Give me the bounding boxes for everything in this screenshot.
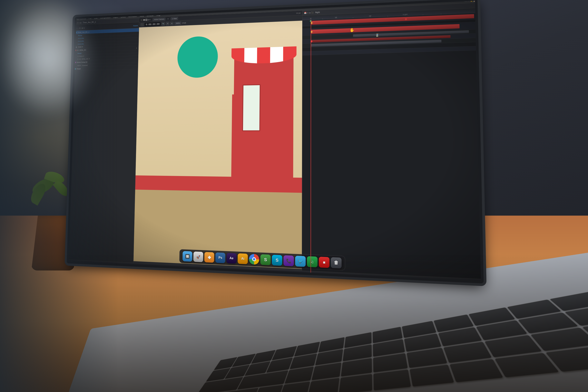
menu-edit[interactable]: Edit bbox=[94, 17, 98, 19]
play-btn[interactable]: 📷 bbox=[162, 22, 165, 26]
prop-value: 0.0,0.0% bbox=[78, 43, 84, 45]
dock-viber-icon[interactable]: 📞 bbox=[284, 255, 294, 266]
dock-skype-icon[interactable]: S bbox=[272, 255, 282, 266]
dock-photoshop-icon[interactable]: Ps bbox=[215, 252, 225, 263]
layer-dropdown[interactable]: ▾ bbox=[136, 47, 137, 49]
skype-icon-label: S bbox=[276, 258, 278, 263]
key[interactable] bbox=[410, 364, 454, 387]
ae-layer-list: ⟲ ↔ ⚙ ♦ ◉ Q Parent Timer_Asc_BC_1 Reset bbox=[67, 22, 139, 266]
trash-icon-label: 🗑 bbox=[334, 260, 338, 266]
dock-red-app-icon[interactable]: ■ bbox=[319, 257, 330, 268]
dock-s-icon[interactable]: S bbox=[260, 254, 271, 265]
preview-quality[interactable]: ⚙ bbox=[166, 22, 169, 26]
transform-label: ⟲ ↔ ⚙ ♦ ◉ Q bbox=[75, 27, 85, 29]
prop-value: 0.0,0.0% bbox=[78, 37, 84, 39]
view-btn[interactable]: ◈ bbox=[170, 22, 174, 25]
s-icon-label: S bbox=[264, 257, 267, 262]
layer-name-1: Timer_Asc_BC_1 bbox=[78, 31, 89, 33]
time-tick-s2 bbox=[353, 17, 353, 18]
twitter-icon-label: 🐦 bbox=[298, 258, 303, 264]
scene-pole bbox=[231, 94, 237, 192]
ae-right-panel: 📅 ⊙ ◈ ⬛ Night 0f 10f 20f bbox=[302, 3, 484, 284]
color-label: ◉ bbox=[76, 46, 77, 48]
settings-icons: ⬛ 🔲 🔳 ⊞ ▾ bbox=[140, 18, 150, 21]
layer-name-4: Shape bbox=[76, 68, 81, 70]
ai-icon-label: Ai bbox=[241, 257, 244, 261]
menu-effect[interactable]: Effect bbox=[121, 16, 126, 18]
dock-illustrator-icon[interactable]: Ai bbox=[238, 253, 248, 264]
frame-counter: 02:ptr bbox=[296, 12, 301, 14]
menu-view[interactable]: View bbox=[140, 15, 144, 17]
red-app-label: ■ bbox=[323, 260, 325, 265]
viber-icon-label: 📞 bbox=[286, 258, 291, 263]
inverted-label: Inverted bbox=[82, 64, 88, 66]
dock-twitter-icon[interactable]: 🐦 bbox=[295, 256, 306, 267]
scene-building-window bbox=[242, 84, 260, 131]
color-dropdown[interactable]: Color ▾ bbox=[78, 46, 83, 48]
sketch-icon-label: ◆ bbox=[208, 254, 211, 260]
view-dropdown[interactable]: ▾ bbox=[168, 18, 168, 20]
dock-spotify-icon[interactable]: ♫ bbox=[307, 256, 318, 267]
prop-name: Reset bbox=[78, 52, 81, 54]
preview-canvas bbox=[134, 20, 302, 269]
key[interactable] bbox=[374, 369, 411, 390]
scene-building bbox=[233, 57, 294, 192]
key[interactable] bbox=[272, 346, 297, 360]
dock-chrome-icon[interactable] bbox=[249, 254, 259, 265]
red-keyframe-line bbox=[310, 20, 311, 275]
after-effects-ui: After Effects File Edit Composition Laye… bbox=[67, 0, 484, 284]
layer-name-3: Drone Comp [2] bbox=[76, 61, 87, 63]
panel-name: Timer_Asc_BC_1 bbox=[83, 21, 96, 24]
menu-composition[interactable]: Composition bbox=[100, 16, 110, 18]
resolution-label[interactable]: (Full) bbox=[182, 22, 186, 24]
layer-name-2: 15. White_BC bbox=[77, 49, 86, 51]
zoom-label[interactable]: 200% bbox=[175, 22, 181, 25]
dock-after-effects-icon[interactable]: Ae bbox=[226, 253, 236, 264]
layer-color-3 bbox=[74, 62, 76, 63]
key[interactable] bbox=[450, 359, 504, 382]
timecode: 0:00:00:00 bbox=[145, 22, 161, 26]
view-count: 1 View bbox=[171, 17, 178, 20]
scene-awning bbox=[231, 46, 296, 64]
ae-timeline-tracks: ✋ ⌛ ⌛ bbox=[302, 13, 484, 284]
time-tick-s5 bbox=[441, 14, 441, 14]
spotify-icon-label: ♫ bbox=[311, 259, 314, 264]
key[interactable] bbox=[284, 366, 314, 384]
layer-color-1 bbox=[76, 32, 77, 33]
prop-value: 0.0,0.0% bbox=[78, 40, 84, 42]
laptop-screen: After Effects File Edit Composition Laye… bbox=[67, 0, 484, 284]
dock-finder-icon[interactable]: 🔲 bbox=[182, 251, 192, 262]
scene: After Effects File Edit Composition Laye… bbox=[0, 0, 588, 392]
key[interactable] bbox=[339, 374, 372, 392]
ae-center: ⬛ 🔲 🔳 ⊞ ▾ Active Camera ▾ 1 View 02:ptr … bbox=[134, 10, 302, 274]
add-label: Add ▾ bbox=[77, 64, 81, 66]
menu-help[interactable]: Help bbox=[156, 14, 160, 16]
time-tick-s3 bbox=[388, 16, 388, 16]
ae-left-panel: ■ ⚙ ♦ ◉ Timer_Asc_BC_1 ⟲ ↔ ⚙ ♦ ◉ Q Paren… bbox=[67, 18, 139, 266]
menu-file[interactable]: File bbox=[88, 17, 92, 20]
timeline-icons: 📅 ⊙ ◈ ⬛ bbox=[304, 12, 314, 14]
menu-layer[interactable]: Layer bbox=[113, 16, 118, 18]
dock-sketch-icon[interactable]: ◆ bbox=[204, 252, 214, 263]
ae-icon-label: Ae bbox=[230, 256, 234, 260]
finder-icon-label: 🔲 bbox=[185, 254, 190, 259]
menu-animation[interactable]: Animation bbox=[128, 15, 137, 18]
menu-window[interactable]: Window bbox=[146, 14, 154, 17]
none2-label: ⊙ 15. White_BC ▾ bbox=[77, 58, 90, 60]
ae-preview-area bbox=[134, 20, 302, 269]
comp-settings-btn[interactable]: ⬛ bbox=[140, 23, 144, 26]
launchpad-icon-label: 🚀 bbox=[196, 255, 200, 259]
dock-trash-icon[interactable]: 🗑 bbox=[331, 257, 342, 268]
chrome-core bbox=[253, 258, 255, 260]
time-tick-s4 bbox=[423, 14, 423, 15]
time-tick-20 bbox=[370, 16, 370, 17]
timeline-comp-name: Night bbox=[315, 11, 320, 14]
menu-ae[interactable]: After Effects bbox=[76, 17, 86, 20]
dock-launchpad-icon[interactable]: 🚀 bbox=[193, 252, 203, 262]
photoshop-icon-label: Ps bbox=[218, 256, 222, 260]
layer-color-4 bbox=[74, 68, 76, 70]
view-label: Active Camera bbox=[152, 18, 166, 21]
toggle-label[interactable]: Toggle Switches / Modes bbox=[68, 261, 85, 264]
none-label: ⊙ None ▾ bbox=[78, 55, 84, 57]
chrome-inner bbox=[252, 257, 256, 261]
